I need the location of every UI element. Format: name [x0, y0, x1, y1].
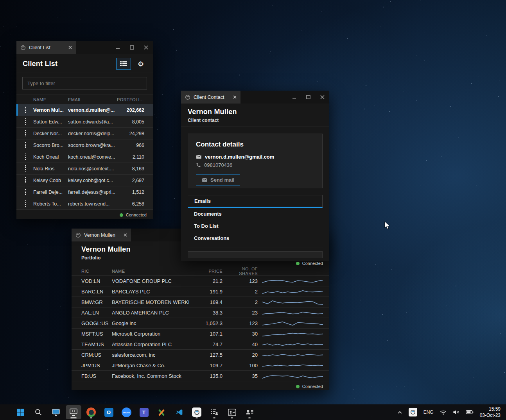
portfolio-row[interactable]: CRM:US salesforce.com, inc 127.5 20: [72, 349, 329, 360]
volume-button[interactable]: [450, 404, 463, 420]
tab-close-icon[interactable]: [124, 233, 127, 237]
connected-dot: [296, 385, 300, 388]
portfolio-app-button[interactable]: [224, 405, 240, 419]
tab-close-icon[interactable]: [233, 95, 237, 99]
column-header-email[interactable]: EMAIL: [68, 97, 117, 102]
maximize-button[interactable]: [301, 91, 315, 104]
settings-button[interactable]: ⚙: [135, 58, 147, 70]
tray-expand-button[interactable]: [394, 404, 406, 420]
outlook-button[interactable]: O: [101, 405, 117, 419]
stock-ric: GOOGL:US: [81, 320, 112, 326]
search-button[interactable]: [31, 405, 46, 419]
row-handle-icon[interactable]: [20, 154, 31, 161]
close-button[interactable]: [139, 41, 153, 54]
client-name: Socorro Bro...: [33, 143, 68, 148]
task-view-icon: [52, 409, 60, 416]
tray-workspace-button[interactable]: [406, 404, 420, 420]
clock[interactable]: 15:59 03-Oct-23: [477, 406, 506, 418]
column-header-price[interactable]: PRICE: [189, 269, 222, 273]
stock-shares: 30: [222, 331, 258, 337]
client-list-app-button[interactable]: [206, 405, 222, 419]
filter-input[interactable]: [22, 77, 147, 89]
portfolio-row[interactable]: MSFT:US Microsoft Corporation 107.1 30: [72, 328, 329, 339]
portfolio-row[interactable]: VOD:LN VODAFONE GROUP PLC 21.2 123: [72, 275, 329, 286]
price-sparkline: [262, 361, 323, 369]
portfolio-row[interactable]: BMW:GR BAYERISCHE MOTOREN WERKE AG 169.4…: [72, 297, 329, 307]
close-button[interactable]: [315, 91, 329, 104]
column-header-portfolio[interactable]: PORTFOLI...: [117, 97, 153, 102]
section-menu-item[interactable]: To Do List: [188, 220, 323, 232]
client-email: farrell.dejesus@spri...: [68, 189, 117, 195]
zoom-button[interactable]: zoom: [118, 405, 134, 419]
email-icon: [196, 155, 202, 159]
row-handle-icon[interactable]: [20, 130, 31, 137]
client-list-title: Client List: [23, 60, 57, 68]
client-row[interactable]: Nola Rios nola.rios@comtext.... 8,163: [16, 163, 153, 174]
section-menu-item[interactable]: Emails: [188, 195, 323, 208]
row-handle-icon[interactable]: [20, 177, 31, 184]
portfolio-row[interactable]: AAL:LN ANGLO AMERICAN PLC 38.3 23: [72, 307, 329, 318]
portfolio-row[interactable]: FB:US Facebook, Inc. Common Stock 135.0 …: [72, 370, 329, 381]
client-row[interactable]: Sutton Edw... sutton.edwards@a... 8,005: [16, 116, 153, 127]
portfolio-row[interactable]: GOOGL:US Google inc 1,052.3 123: [72, 318, 329, 328]
empty-content-bar[interactable]: [188, 251, 323, 258]
client-email: decker.norris@delp...: [68, 131, 117, 136]
row-handle-icon[interactable]: [20, 165, 31, 172]
column-header-name[interactable]: NAME: [33, 97, 68, 102]
client-row[interactable]: Decker Nor... decker.norris@delp... 24,2…: [16, 127, 153, 139]
portfolio-tab[interactable]: Vernon Mullen: [72, 229, 131, 241]
portfolio-row[interactable]: TEAM:US Atlassian Corporation PLC 74.7 4…: [72, 339, 329, 349]
minimize-button[interactable]: [111, 41, 125, 54]
client-contact-tab[interactable]: Client Contact: [181, 91, 240, 104]
client-row[interactable]: Farrell Deje... farrell.dejesus@spri... …: [16, 186, 153, 198]
workspace-tile-button[interactable]: [189, 405, 205, 419]
client-row[interactable]: Socorro Bro... socorro.brown@kra... 966: [16, 139, 153, 151]
row-handle-icon[interactable]: [20, 107, 31, 114]
clock-time: 15:59: [480, 406, 501, 412]
column-header-ric[interactable]: RIC: [81, 269, 112, 273]
portfolio-row[interactable]: JPM:US JPMorgan Chase & Co. 109.7 100: [72, 360, 329, 370]
exchange-app-button[interactable]: [154, 405, 169, 419]
client-email: sutton.edwards@a...: [68, 119, 117, 125]
client-row[interactable]: Vernon Mul... vernon.d.mullen@... 202,66…: [16, 104, 153, 116]
start-button[interactable]: [13, 405, 29, 419]
column-header-name[interactable]: NAME: [112, 269, 189, 273]
app-swirl-icon: [75, 232, 81, 238]
section-label: To Do List: [194, 223, 219, 229]
maximize-button[interactable]: [125, 41, 139, 54]
client-row[interactable]: Kelsey Cobb kelsey.cobb@qot.c... 2,697: [16, 174, 153, 186]
contact-details-card: Contact details vernon.d.mullen@gmail.co…: [188, 134, 323, 188]
wifi-button[interactable]: [437, 404, 450, 420]
row-handle-icon[interactable]: [20, 200, 31, 207]
send-mail-button[interactable]: Send mail: [196, 174, 240, 186]
client-list-tab[interactable]: Client List: [16, 41, 76, 54]
row-handle-icon[interactable]: [20, 118, 31, 125]
battery-button[interactable]: [463, 404, 477, 420]
row-handle-icon[interactable]: [20, 189, 31, 196]
workspace-app-button[interactable]: [66, 405, 81, 419]
vscode-button[interactable]: [171, 405, 187, 419]
list-view-button[interactable]: [116, 58, 131, 70]
section-menu-item[interactable]: Conversations: [188, 232, 323, 244]
contact-email: vernon.d.mullen@gmail.com: [205, 154, 274, 160]
task-view-button[interactable]: [48, 405, 64, 419]
chevron-up-icon: [397, 411, 402, 414]
stock-price: 135.0: [189, 373, 222, 379]
contact-app-button[interactable]: [242, 405, 257, 419]
section-label: Conversations: [194, 235, 229, 241]
teams-button[interactable]: T: [136, 405, 152, 419]
stock-ric: BMW:GR: [81, 299, 112, 305]
language-indicator[interactable]: ENG: [420, 404, 437, 420]
stock-price: 107.1: [189, 331, 222, 337]
stock-price: 74.7: [189, 341, 222, 347]
client-row[interactable]: Koch Oneal koch.oneal@comve... 2,110: [16, 151, 153, 163]
minimize-button[interactable]: [287, 91, 301, 104]
browser-button[interactable]: [83, 405, 99, 419]
row-handle-icon[interactable]: [20, 142, 31, 149]
section-menu-item[interactable]: Documents: [188, 208, 323, 220]
portfolio-row[interactable]: BARC:LN BARCLAYS PLC 191.9 2: [72, 286, 329, 297]
stock-shares: 23: [222, 310, 258, 316]
tab-close-icon[interactable]: [68, 46, 72, 49]
client-row[interactable]: Roberts To... roberts.townsend... 6,258: [16, 198, 153, 209]
stock-ric: TEAM:US: [81, 341, 112, 347]
